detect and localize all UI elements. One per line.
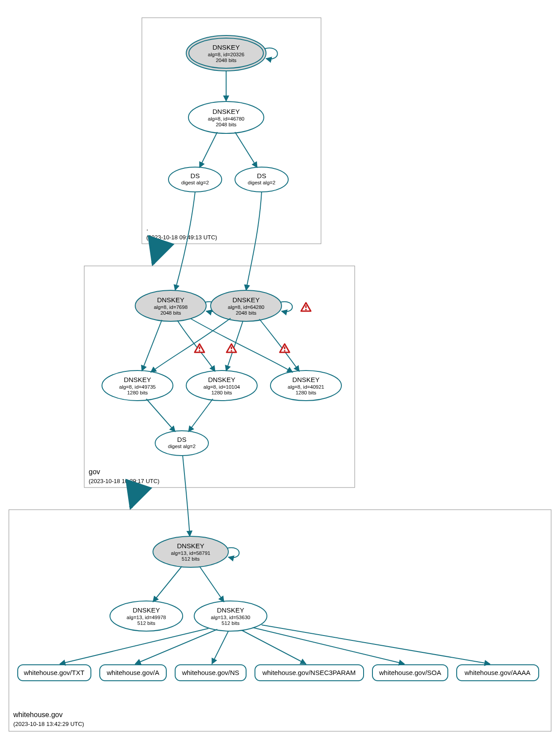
svg-text:DNSKEY: DNSKEY [124,376,151,383]
svg-text:alg=8, id=64280: alg=8, id=64280 [228,304,265,310]
svg-text:alg=8, id=49735: alg=8, id=49735 [119,384,156,390]
edge-govksk2-zsk3 [259,319,299,371]
node-wh-zsk2: DNSKEY alg=13, id=53630 512 bits [194,601,267,631]
zone-gov-timestamp: (2023-10-18 10:39:17 UTC) [89,478,160,484]
edge-self-govksk2 [280,302,292,312]
zone-gov-label: gov [89,468,100,476]
edge-rootzsk-ds2 [235,132,257,168]
svg-text:DNSKEY: DNSKEY [217,606,244,614]
warning-icon [301,303,311,311]
node-gov-zsk2: DNSKEY alg=8, id=10104 1280 bits [186,371,257,401]
svg-text:512 bits: 512 bits [182,556,200,562]
edge-govds-whksk [183,456,190,536]
svg-text:512 bits: 512 bits [222,620,240,626]
svg-text:1280 bits: 1280 bits [296,390,317,395]
edge-whzsk2-ns [212,631,228,664]
svg-text:DS: DS [191,172,200,179]
svg-text:DNSKEY: DNSKEY [133,606,160,614]
svg-text:512 bits: 512 bits [137,620,156,626]
node-wh-zsk1: DNSKEY alg=13, id=49978 512 bits [110,601,183,631]
edge-govksk1-zsk2 [177,320,215,371]
edge-zone-gov-to-wh [131,488,137,507]
svg-text:alg=8, id=10104: alg=8, id=10104 [204,384,240,390]
svg-text:whitehouse.gov/NS: whitehouse.gov/NS [181,669,239,676]
svg-text:1280 bits: 1280 bits [211,390,232,395]
edge-whzsk2-nsec3 [242,630,306,664]
node-gov-zsk3: DNSKEY alg=8, id=40921 1280 bits [270,371,341,401]
svg-text:DS: DS [257,172,266,179]
svg-point-39 [155,431,208,456]
svg-text:DNSKEY: DNSKEY [208,376,235,383]
node-root-ds1: DS digest alg=2 [168,167,222,192]
zone-wh-label: whitehouse.gov [13,711,63,718]
node-root-zsk: DNSKEY alg=8, id=46780 2048 bits [188,101,264,133]
svg-text:whitehouse.gov/AAAA: whitehouse.gov/AAAA [464,669,530,676]
edge-whksk-zsk1 [153,566,182,602]
svg-rect-42 [9,510,551,731]
node-gov-ds: DS digest alg=2 [155,431,208,456]
warning-icon [280,344,290,352]
edge-whzsk2-aaaa [262,625,490,664]
svg-text:whitehouse.gov/TXT: whitehouse.gov/TXT [23,669,85,676]
zone-root-timestamp: (2023-10-18 09:49:13 UTC) [146,234,217,241]
record-ns: whitehouse.gov/NS [175,665,246,681]
svg-text:alg=8, id=7698: alg=8, id=7698 [154,304,188,310]
edge-ds1-govksk1 [175,192,195,290]
record-nsec3param: whitehouse.gov/NSEC3PARAM [255,665,364,681]
zone-root-label: . [146,224,148,232]
node-gov-ksk1: DNSKEY alg=8, id=7698 2048 bits [135,290,206,321]
svg-text:alg=8, id=20326: alg=8, id=20326 [208,52,245,57]
svg-text:2048 bits: 2048 bits [216,58,237,63]
warning-icon [195,344,204,352]
svg-text:2048 bits: 2048 bits [216,122,237,127]
record-aaaa: whitehouse.gov/AAAA [457,665,539,681]
svg-text:alg=13, id=53630: alg=13, id=53630 [211,615,251,620]
svg-text:DNSKEY: DNSKEY [292,376,320,383]
svg-text:DNSKEY: DNSKEY [177,542,204,550]
edge-govksk2-zsk2 [226,321,243,371]
svg-text:DNSKEY: DNSKEY [232,296,260,304]
svg-text:alg=8, id=40921: alg=8, id=40921 [288,384,325,390]
node-root-ksk: DNSKEY alg=8, id=20326 2048 bits [186,35,266,71]
edge-govzsk2-ds [188,399,213,432]
node-gov-ksk2: DNSKEY alg=8, id=64280 2048 bits [211,290,282,321]
svg-text:alg=13, id=49978: alg=13, id=49978 [127,615,166,620]
svg-text:whitehouse.gov/NSEC3PARAM: whitehouse.gov/NSEC3PARAM [262,669,356,676]
svg-text:2048 bits: 2048 bits [161,310,181,316]
dnssec-graph: . (2023-10-18 09:49:13 UTC) DNSKEY alg=8… [0,0,560,749]
edge-whzsk2-txt [60,628,208,664]
svg-text:whitehouse.gov/SOA: whitehouse.gov/SOA [379,669,441,676]
node-root-ds2: DS digest alg=2 [235,167,288,192]
zone-root: . (2023-10-18 09:49:13 UTC) DNSKEY alg=8… [142,18,321,244]
svg-text:whitehouse.gov/A: whitehouse.gov/A [106,669,159,676]
edge-rootzsk-ds1 [200,132,217,168]
edge-zone-root-to-gov [153,244,160,264]
zone-whitehouse: whitehouse.gov (2023-10-18 13:42:29 UTC)… [9,456,551,731]
edge-self-whksk [227,548,239,558]
record-a: whitehouse.gov/A [100,665,166,681]
edge-govksk1-zsk3 [191,319,293,372]
edge-govksk2-zsk1 [151,318,231,372]
record-txt: whitehouse.gov/TXT [18,665,91,681]
node-gov-zsk1: DNSKEY alg=8, id=49735 1280 bits [102,371,173,401]
edge-ds2-govksk2 [246,192,262,290]
edge-whksk-zsk2 [200,566,224,602]
svg-text:2048 bits: 2048 bits [236,310,257,316]
edge-govzsk1-ds [146,399,175,432]
svg-text:alg=13, id=58791: alg=13, id=58791 [171,550,211,556]
zone-wh-timestamp: (2023-10-18 13:42:29 UTC) [13,721,84,727]
svg-text:digest alg=2: digest alg=2 [181,180,209,185]
svg-text:DS: DS [177,436,187,443]
edge-govksk1-zsk1 [142,320,162,371]
svg-text:digest alg=2: digest alg=2 [248,180,275,185]
svg-text:DNSKEY: DNSKEY [212,43,240,51]
svg-point-12 [168,167,222,192]
svg-text:digest alg=2: digest alg=2 [168,444,196,449]
svg-text:DNSKEY: DNSKEY [212,108,240,115]
edge-whzsk2-a [135,629,217,664]
svg-text:1280 bits: 1280 bits [127,390,148,395]
zone-gov: gov (2023-10-18 10:39:17 UTC) DNSKEY alg… [84,192,355,488]
svg-point-15 [235,167,288,192]
svg-text:alg=8, id=46780: alg=8, id=46780 [208,116,245,121]
svg-text:DNSKEY: DNSKEY [157,296,184,304]
